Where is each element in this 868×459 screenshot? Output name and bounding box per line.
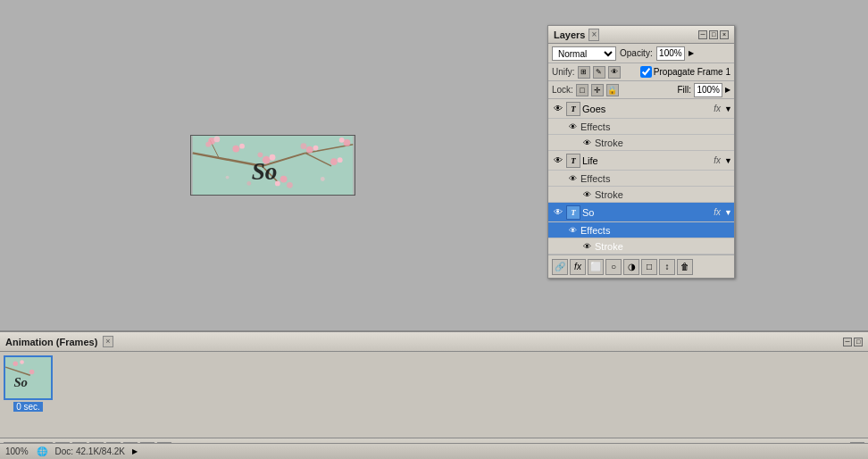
anim-minimize-btn[interactable]: ─ <box>843 338 852 346</box>
layer-expand-so[interactable]: ▼ <box>724 208 732 217</box>
sublayer-effects-so[interactable]: 👁 Effects <box>548 222 734 238</box>
sublayer-effects-goes[interactable]: 👁 Effects <box>548 119 734 135</box>
propagate-check: Propagate Frame 1 <box>640 66 730 78</box>
sublayer-eye-stroke-life[interactable]: 👁 <box>580 188 593 201</box>
sublayer-stroke-life[interactable]: 👁 Stroke <box>548 187 734 203</box>
frame-time-display: 0 sec. <box>4 402 53 412</box>
sublayer-name-stroke-goes: Stroke <box>595 138 623 148</box>
delete-layer-button[interactable]: 🗑 <box>677 259 693 275</box>
animation-close-btn[interactable]: × <box>103 336 113 347</box>
svg-point-31 <box>13 362 18 367</box>
sublayer-name-effects-so: Effects <box>580 225 610 236</box>
blend-mode-select[interactable]: Normal <box>552 46 616 61</box>
new-group-button[interactable]: ○ <box>605 259 622 275</box>
status-bar: 100% 🌐 Doc: 42.1K/84.2K ▶ <box>0 443 868 459</box>
fill-input[interactable] <box>694 83 722 97</box>
sublayer-effects-life[interactable]: 👁 Effects <box>548 171 734 187</box>
status-icon: 🌐 <box>36 446 48 458</box>
layer-fx-life[interactable]: fx <box>714 155 721 165</box>
sublayer-eye-effects-life[interactable]: 👁 <box>566 172 579 185</box>
layer-name-life: Life <box>582 155 714 166</box>
new-layer-2-button[interactable]: ↕ <box>659 259 675 275</box>
animation-panel-bar: Animation (Frames) × ─ □ <box>0 332 868 352</box>
bottom-area: Animation (Frames) × ─ □ 1 So 0 sec. <box>0 330 868 459</box>
svg-point-23 <box>343 139 350 146</box>
svg-point-14 <box>257 152 263 157</box>
new-layer-button[interactable]: □ <box>641 259 657 275</box>
minimize-button[interactable]: ─ <box>698 30 707 39</box>
sublayer-stroke-so[interactable]: 👁 Stroke <box>548 238 734 255</box>
svg-point-11 <box>239 144 245 149</box>
maximize-button[interactable]: □ <box>709 30 718 39</box>
sublayer-eye-stroke-so[interactable]: 👁 <box>580 240 593 253</box>
layer-visibility-so[interactable]: 👁 <box>552 206 564 219</box>
blend-opacity-row: Normal Opacity: ▶ <box>548 44 734 63</box>
frame-thumb-1[interactable]: 1 So <box>4 355 53 400</box>
add-effect-button[interactable]: fx <box>570 259 586 275</box>
sublayer-stroke-goes[interactable]: 👁 Stroke <box>548 135 734 151</box>
svg-point-25 <box>320 177 324 181</box>
svg-point-10 <box>232 146 239 153</box>
panel-titlebar: Layers × ─ □ × <box>548 26 734 44</box>
layer-fx-so[interactable]: fx <box>714 207 721 217</box>
svg-point-33 <box>29 370 35 375</box>
layer-name-so: So <box>582 207 714 218</box>
lock-label: Lock: <box>552 85 573 95</box>
layer-expand-life[interactable]: ▼ <box>724 156 732 165</box>
layer-type-icon-life: T <box>566 154 580 168</box>
opacity-input[interactable] <box>656 46 685 61</box>
canvas-image: So <box>190 135 355 196</box>
propagate-checkbox[interactable] <box>640 66 652 78</box>
panel-title: Layers <box>554 29 585 40</box>
svg-point-22 <box>337 157 342 163</box>
zoom-level: 100% <box>5 446 29 456</box>
lock-pixels-icon[interactable]: □ <box>576 84 588 96</box>
unify-pixels-icon[interactable]: ⊞ <box>578 66 590 79</box>
layers-panel: Layers × ─ □ × Normal Opacity: ▶ Unify: … <box>547 25 735 279</box>
svg-point-8 <box>213 136 220 142</box>
svg-point-17 <box>287 182 293 188</box>
layer-list: 👁 T Goes fx ▼ 👁 Effects 👁 Stroke 👁 T Lif… <box>548 99 734 255</box>
canvas-area: So <box>0 0 545 330</box>
lock-all-icon[interactable]: 🔒 <box>606 84 619 96</box>
svg-point-20 <box>300 143 306 149</box>
svg-point-9 <box>205 142 211 147</box>
layer-item-life[interactable]: 👁 T Life fx ▼ <box>548 151 734 171</box>
fill-arrow[interactable]: ▶ <box>725 86 730 94</box>
propagate-label: Propagate Frame 1 <box>654 67 730 77</box>
sublayer-eye-stroke-goes[interactable]: 👁 <box>580 137 593 149</box>
sublayer-eye-effects-goes[interactable]: 👁 <box>566 121 579 133</box>
unify-visibility-icon[interactable]: 👁 <box>608 66 621 79</box>
svg-point-19 <box>313 146 318 151</box>
sublayer-name-stroke-life: Stroke <box>595 189 623 200</box>
close-button[interactable]: × <box>720 30 729 39</box>
unify-row: Unify: ⊞ ✎ 👁 Propagate Frame 1 <box>548 63 734 81</box>
panel-tab-close[interactable]: × <box>588 29 599 41</box>
sublayer-eye-effects-so[interactable]: 👁 <box>566 224 579 237</box>
layer-expand-goes[interactable]: ▼ <box>724 104 732 113</box>
layer-item-goes[interactable]: 👁 T Goes fx ▼ <box>548 99 734 119</box>
link-layers-button[interactable]: 🔗 <box>552 259 568 275</box>
svg-point-15 <box>280 176 287 183</box>
animation-content: 1 So 0 sec. <box>0 352 868 415</box>
fill-label: Fill: <box>677 85 691 95</box>
layer-visibility-goes[interactable]: 👁 <box>552 103 564 115</box>
anim-maximize-btn[interactable]: □ <box>854 338 863 346</box>
opacity-arrow[interactable]: ▶ <box>689 49 694 57</box>
doc-info-arrow[interactable]: ▶ <box>132 447 138 455</box>
layer-visibility-life[interactable]: 👁 <box>552 154 564 167</box>
unify-position-icon[interactable]: ✎ <box>593 66 605 79</box>
adjustment-button[interactable]: ◑ <box>623 259 639 275</box>
lock-fill-row: Lock: □ ✛ 🔒 Fill: ▶ <box>548 81 734 99</box>
layer-fx-goes[interactable]: fx <box>714 104 721 113</box>
layer-item-so[interactable]: 👁 T So fx ▼ <box>548 203 734 222</box>
lock-position-icon[interactable]: ✛ <box>591 84 604 96</box>
sublayer-name-stroke-so: Stroke <box>595 241 623 252</box>
svg-text:So: So <box>13 375 28 389</box>
doc-size: Doc: 42.1K/84.2K <box>55 446 125 456</box>
svg-point-18 <box>305 146 313 154</box>
svg-point-21 <box>330 158 338 165</box>
add-mask-button[interactable]: ⬜ <box>588 259 604 275</box>
svg-text:So: So <box>251 158 277 185</box>
layer-type-icon-goes: T <box>566 102 580 116</box>
